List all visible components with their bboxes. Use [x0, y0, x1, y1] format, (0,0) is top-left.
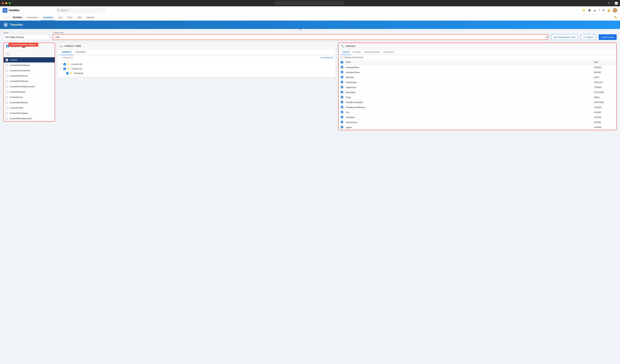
bottom-bar: 900 KB ℹ Cancel Save	[3, 362, 617, 364]
titlebar-center	[12, 1, 606, 5]
tab-from-file[interactable]: FROM FILE	[382, 50, 396, 55]
object-checkbox[interactable]	[6, 107, 8, 109]
contact-checkbox[interactable]	[63, 68, 66, 70]
nav-settings[interactable]: Settings	[84, 15, 96, 20]
field-checkbox[interactable]	[341, 81, 343, 83]
maximize-dot[interactable]	[9, 2, 11, 4]
share-icon[interactable]: ⬆	[608, 2, 610, 5]
expand-icon[interactable]: +	[60, 63, 62, 65]
avatar[interactable]	[613, 8, 617, 13]
url-bar[interactable]	[274, 1, 344, 5]
minimize-dot[interactable]	[5, 2, 7, 4]
plus-icon[interactable]: ➕	[588, 9, 591, 12]
sort-icon-type[interactable]: ↑	[599, 61, 600, 63]
fields-checkbox-all[interactable]	[341, 61, 346, 64]
source-label-text: Source Org	[54, 32, 63, 34]
field-checkbox[interactable]	[341, 111, 343, 113]
tab-modifications[interactable]: MODIFICATIONS	[363, 50, 382, 55]
object-item[interactable]: ContentAsset	[4, 95, 55, 100]
field-checkbox[interactable]	[341, 106, 343, 108]
objects-search-wrap: 🔍	[5, 51, 53, 56]
unselect-all-button[interactable]: ⧉ Unselect All	[321, 57, 333, 59]
objects-btn-label: Objects	[586, 36, 593, 39]
object-item[interactable]: ContentWorkspace	[4, 111, 55, 116]
add-tab-icon[interactable]: +	[611, 2, 613, 5]
field-name: EmailBouncedReason	[346, 106, 594, 109]
object-checkbox[interactable]	[6, 117, 8, 120]
object-item[interactable]: ContentWorkspaceDoc	[4, 116, 55, 121]
nav-connections[interactable]: Connections	[24, 15, 40, 20]
object-item[interactable]: ContactPointAddress	[4, 63, 55, 68]
tab-children[interactable]: CHILDREN	[73, 49, 88, 55]
retrieve-attachments-checkbox[interactable]	[341, 57, 343, 58]
sort-icon-name[interactable]: ↑	[351, 61, 352, 63]
name-input[interactable]	[3, 34, 50, 40]
dedup-rules-button[interactable]: Set deduplication rules	[551, 34, 578, 40]
cloud-icon[interactable]: ☁	[593, 9, 596, 12]
object-checkbox[interactable]	[6, 91, 8, 93]
bell-icon[interactable]: 🔔	[607, 9, 610, 12]
tab-parents[interactable]: PARENTS	[60, 49, 73, 55]
field-tabs: FIELDS FILTERS MODIFICATIONS FROM FILE	[339, 50, 616, 55]
object-checkbox[interactable]	[6, 112, 8, 114]
select-all-checkbox[interactable]	[341, 61, 343, 63]
nav-templates[interactable]: Templates	[41, 15, 56, 20]
close-dot[interactable]	[2, 2, 4, 4]
objects-search-input[interactable]	[5, 51, 53, 56]
objects-button[interactable]: ⚙ Objects	[581, 34, 596, 40]
col-name-header: Name ↑	[346, 61, 594, 64]
object-checkbox[interactable]	[6, 96, 8, 98]
object-item[interactable]: ContactPointConsent	[4, 68, 55, 73]
source-select-wrapper: UAT Production Sandbox	[53, 34, 548, 40]
settings-icon[interactable]: ⚙	[602, 9, 605, 12]
field-checkbox[interactable]	[341, 101, 343, 103]
object-item[interactable]: Contact	[4, 57, 55, 63]
expand-icon-contact[interactable]: +	[60, 68, 62, 70]
nav-jobs[interactable]: Jobs	[56, 15, 65, 20]
grid-icon[interactable]: ⋮⋮⋮	[3, 16, 11, 19]
object-item[interactable]: ContactRequest	[4, 89, 55, 95]
wrench-icon: 🔧	[341, 45, 344, 48]
field-checkbox[interactable]	[341, 116, 343, 118]
object-checkbox[interactable]	[6, 80, 8, 82]
field-checkbox[interactable]	[341, 76, 343, 78]
object-item[interactable]: ContentDistribution	[4, 100, 55, 105]
object-item[interactable]: ContentFolder	[4, 105, 55, 111]
field-row: FaxPHONE	[339, 110, 616, 115]
window-icon[interactable]: ⬜	[615, 2, 618, 5]
search-input[interactable]	[56, 8, 106, 13]
field-checkbox[interactable]	[341, 86, 343, 88]
object-checkbox[interactable]	[6, 64, 8, 66]
field-checkbox[interactable]	[341, 71, 343, 73]
object-item[interactable]: ContactPointTypeConsent	[4, 84, 55, 89]
object-checkbox[interactable]	[6, 102, 8, 104]
load-schema-button[interactable]: Load Schema	[599, 34, 617, 40]
object-checkbox[interactable]	[6, 59, 8, 61]
object-checkbox[interactable]	[6, 86, 8, 88]
nav-files[interactable]: Files	[75, 15, 84, 20]
question-icon[interactable]: ?	[599, 9, 600, 12]
field-checkbox[interactable]	[341, 96, 343, 98]
nav-runs[interactable]: Runs	[65, 15, 75, 20]
field-type: EMAIL	[594, 96, 614, 99]
collapse-all-button[interactable]: — Collapse All	[60, 57, 73, 59]
field-checkbox[interactable]	[341, 66, 343, 68]
tab-fields[interactable]: FIELDS	[341, 50, 351, 55]
edit-icon[interactable]: ✏️	[614, 16, 617, 19]
object-checkbox[interactable]	[6, 75, 8, 77]
tab-filters[interactable]: FILTERS	[351, 50, 363, 55]
object-checkbox[interactable]	[6, 70, 8, 72]
account-checkbox[interactable]	[63, 63, 66, 65]
field-checkbox[interactable]	[341, 91, 343, 93]
individual-checkbox[interactable]	[66, 72, 68, 74]
field-name: FirstName	[346, 116, 594, 118]
object-item[interactable]: ContactPointPhone	[4, 79, 55, 84]
field-checkbox[interactable]	[341, 126, 343, 128]
field-checkbox[interactable]	[341, 121, 343, 123]
source-select[interactable]: UAT Production Sandbox	[53, 34, 548, 40]
contact-tree-panel: 📖 CONTACT TREE PARENTS CHILDREN — Collap…	[57, 43, 336, 77]
name-field-group: Name	[3, 32, 50, 40]
object-item[interactable]: ContactPointEmail	[4, 73, 55, 79]
star-icon[interactable]: ⭐	[582, 9, 586, 12]
book-icon: 📖	[60, 44, 63, 48]
